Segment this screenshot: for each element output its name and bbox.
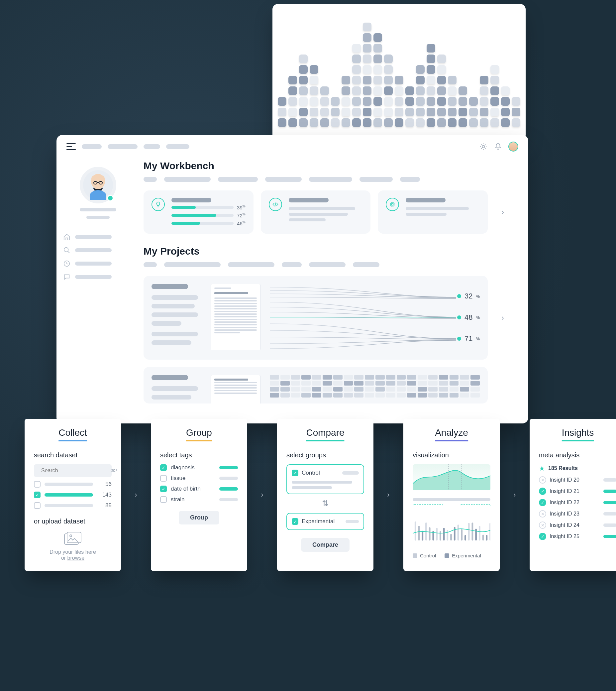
document-thumbnail bbox=[211, 284, 261, 350]
tag-label: strain bbox=[171, 496, 185, 503]
svg-rect-28 bbox=[454, 527, 456, 540]
breadcrumb-pill bbox=[82, 144, 102, 149]
svg-rect-31 bbox=[464, 535, 466, 541]
svg-rect-36 bbox=[482, 535, 484, 540]
insight-row[interactable]: ✓Insight ID 25 bbox=[539, 533, 616, 540]
checkbox-icon[interactable]: ✓ bbox=[292, 470, 299, 476]
stat-card[interactable]: 39% 72% 46% bbox=[144, 191, 254, 234]
bell-icon[interactable] bbox=[494, 142, 502, 151]
svg-rect-33 bbox=[471, 522, 473, 540]
insight-row[interactable]: ✕Insight ID 24 bbox=[539, 521, 616, 529]
breadcrumb-pill bbox=[166, 144, 190, 149]
drop-text: Drop your files here bbox=[34, 549, 112, 555]
wf-title: Analyze bbox=[435, 427, 468, 441]
group-control[interactable]: ✓Control bbox=[286, 464, 364, 494]
stat-card[interactable] bbox=[261, 191, 371, 234]
role-placeholder bbox=[86, 216, 110, 219]
dataset-row[interactable]: ✓143 bbox=[34, 492, 112, 498]
svg-rect-21 bbox=[429, 527, 431, 540]
wf-subtitle: or upload dataset bbox=[34, 518, 112, 525]
chip-icon bbox=[386, 198, 399, 211]
tag-label: date of birth bbox=[171, 485, 201, 492]
insight-row[interactable]: ✓Insight ID 21 bbox=[539, 488, 616, 495]
check-icon: ✓ bbox=[539, 499, 546, 506]
area-chart: Control Experimental bbox=[413, 464, 490, 558]
dataset-row[interactable]: 56 bbox=[34, 481, 112, 488]
search-input-wrapper[interactable]: ⌘/ bbox=[34, 464, 112, 477]
insight-row[interactable]: ✓Insight ID 22 bbox=[539, 499, 616, 506]
tag-row[interactable]: tissue bbox=[160, 475, 238, 482]
check-icon: ✓ bbox=[539, 488, 546, 495]
profile-avatar[interactable] bbox=[80, 167, 116, 203]
chevron-right-icon[interactable]: › bbox=[495, 191, 510, 234]
avatar[interactable] bbox=[508, 142, 518, 152]
check-icon: ✓ bbox=[539, 533, 546, 540]
wf-title: Insights bbox=[562, 427, 594, 441]
insight-id: Insight ID 22 bbox=[550, 500, 579, 505]
funnel-chart: 32% 48% 71% bbox=[270, 284, 480, 352]
svg-rect-24 bbox=[440, 531, 441, 540]
checkbox-icon[interactable]: ✓ bbox=[34, 492, 41, 498]
wf-subtitle: select groups bbox=[286, 451, 364, 459]
browse-link[interactable]: browse bbox=[67, 555, 85, 561]
checkbox-icon[interactable] bbox=[160, 496, 167, 503]
checkbox-icon[interactable] bbox=[160, 475, 167, 482]
workflow-strip: Collect search dataset ⌘/ 56✓14385 or up… bbox=[25, 419, 616, 571]
workbench-chips bbox=[144, 177, 510, 182]
chevron-right-icon: › bbox=[132, 419, 140, 571]
theme-icon[interactable] bbox=[479, 142, 488, 151]
svg-rect-18 bbox=[418, 526, 420, 540]
checkbox-icon[interactable] bbox=[34, 502, 41, 509]
wf-title: Compare bbox=[306, 427, 344, 441]
search-input[interactable] bbox=[41, 468, 108, 474]
checkbox-icon[interactable]: ✓ bbox=[292, 518, 299, 525]
svg-rect-26 bbox=[446, 530, 448, 541]
nav-search[interactable] bbox=[63, 246, 133, 254]
star-icon: ★ bbox=[539, 464, 545, 472]
tag-row[interactable]: ✓diagnosis bbox=[160, 464, 238, 471]
dataset-row[interactable]: 85 bbox=[34, 502, 112, 509]
upload-dropzone[interactable]: Drop your files here or browse bbox=[34, 531, 112, 561]
svg-rect-35 bbox=[479, 526, 480, 540]
svg-rect-9 bbox=[391, 203, 394, 206]
wf-title: Collect bbox=[59, 427, 87, 441]
project-card[interactable]: 32% 48% 71% bbox=[144, 276, 488, 360]
group-button[interactable]: Group bbox=[179, 511, 219, 524]
stat-card[interactable] bbox=[378, 191, 488, 234]
circle-icon: ✕ bbox=[539, 510, 546, 518]
tag-label: tissue bbox=[171, 475, 185, 482]
group-experimental[interactable]: ✓Experimental bbox=[286, 513, 364, 530]
sidebar bbox=[57, 158, 139, 424]
insight-row[interactable]: ✕Insight ID 23 bbox=[539, 510, 616, 518]
nav-chat[interactable] bbox=[63, 273, 133, 281]
checkbox-icon[interactable]: ✓ bbox=[160, 485, 167, 492]
chevron-right-icon[interactable]: › bbox=[495, 276, 510, 360]
chevron-right-icon: › bbox=[384, 419, 393, 571]
hero-grid bbox=[278, 23, 520, 127]
row-count: 56 bbox=[97, 481, 112, 488]
nav-home[interactable] bbox=[63, 233, 133, 241]
checkbox-icon[interactable] bbox=[34, 481, 41, 488]
shortcut-hint: ⌘/ bbox=[111, 468, 117, 473]
app-window: My Workbench 39% 72% 46% bbox=[57, 135, 528, 424]
compare-button[interactable]: Compare bbox=[301, 538, 350, 552]
svg-rect-38 bbox=[489, 523, 490, 540]
wf-subtitle: search dataset bbox=[34, 451, 112, 459]
checkbox-icon[interactable]: ✓ bbox=[160, 464, 167, 471]
svg-rect-30 bbox=[461, 529, 462, 540]
wf-compare: Compare select groups ✓Control ⇅ ✓Experi… bbox=[277, 419, 373, 571]
project-card[interactable] bbox=[144, 367, 488, 404]
svg-rect-13 bbox=[67, 532, 81, 543]
insight-row[interactable]: ✕Insight ID 20 bbox=[539, 476, 616, 483]
swap-icon[interactable]: ⇅ bbox=[286, 499, 364, 508]
insight-id: Insight ID 25 bbox=[550, 534, 579, 539]
insight-id: Insight ID 21 bbox=[550, 488, 579, 494]
svg-point-3 bbox=[91, 174, 105, 182]
tag-row[interactable]: strain bbox=[160, 496, 238, 503]
projects-chips bbox=[144, 262, 510, 267]
tag-row[interactable]: ✓date of birth bbox=[160, 485, 238, 492]
menu-icon[interactable] bbox=[66, 143, 76, 150]
status-dot bbox=[107, 195, 114, 201]
svg-rect-23 bbox=[436, 528, 438, 540]
nav-history[interactable] bbox=[63, 260, 133, 267]
